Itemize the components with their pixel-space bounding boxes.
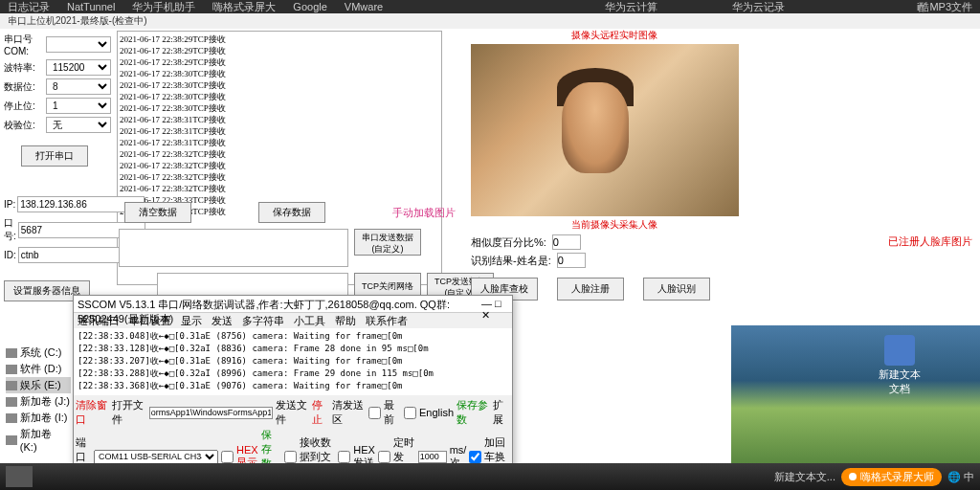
serial-send-text[interactable] bbox=[119, 229, 348, 267]
sscom-menu-item[interactable]: 多字符串 bbox=[242, 314, 284, 327]
file-path-input[interactable] bbox=[149, 407, 273, 419]
drive-item[interactable]: 新加卷 (I:) bbox=[6, 410, 71, 426]
taskbar-item[interactable]: 新建文本文... bbox=[774, 470, 835, 484]
clear-button[interactable]: 清空数据 bbox=[124, 202, 191, 223]
menu-item[interactable]: 嗨格式录屏大 bbox=[212, 0, 276, 14]
menu-item[interactable]: 华为云计算 bbox=[605, 0, 657, 14]
send-file-link[interactable]: 发送文件 bbox=[276, 398, 309, 427]
taskbar: 新建文本文... 嗨格式录屏大师 🌐 中 bbox=[0, 463, 980, 490]
sscom-menu-item[interactable]: 联系作者 bbox=[366, 314, 408, 327]
clear-window-link[interactable]: 清除窗口 bbox=[76, 398, 109, 427]
crlf-check[interactable] bbox=[469, 451, 481, 463]
ext-link[interactable]: 扩展 bbox=[493, 398, 510, 427]
cam-title: 摄像头远程实时图像 bbox=[471, 29, 758, 42]
serial-send-button[interactable]: 串口发送数据 (自定义) bbox=[354, 229, 421, 256]
sscom-menu-item[interactable]: 小工具 bbox=[294, 314, 325, 327]
clear-send-link[interactable]: 清发送区 bbox=[332, 398, 366, 427]
registered-faces-label: 已注册人脸库图片 bbox=[888, 234, 972, 249]
start-button[interactable] bbox=[6, 466, 33, 487]
sscom-menubar: 通讯端口串口设置显示发送多字符串小工具帮助联系作者 bbox=[74, 313, 512, 328]
sscom-port-select[interactable]: COM11 USB-SERIAL CH340 bbox=[94, 450, 218, 464]
port-label: 串口号COM: bbox=[4, 33, 44, 56]
manual-load-link[interactable]: 手动加载图片 bbox=[392, 206, 456, 220]
data-select[interactable]: 8 bbox=[46, 78, 111, 95]
sscom-menu-item[interactable]: 串口设置 bbox=[129, 314, 171, 327]
drive-item[interactable]: 娱乐 (E:) bbox=[6, 377, 71, 393]
ip-label: IP: bbox=[4, 199, 15, 210]
sscom-log[interactable]: [22:38:33.048]收←◆□[0.31aE (8756) camera:… bbox=[74, 328, 512, 395]
port-select[interactable] bbox=[46, 36, 111, 53]
drive-list: 系统 (C:) 软件 (D:) 娱乐 (E:) 新加卷 (J:) 新加卷 (I:… bbox=[6, 345, 71, 478]
sim-label: 相似度百分比%: bbox=[471, 235, 546, 250]
menu-item[interactable]: VMware bbox=[345, 1, 383, 12]
drive-item[interactable]: 新加卷 (K:) bbox=[6, 426, 71, 454]
desktop-area: 新建文本文档 bbox=[731, 325, 980, 463]
camera-image bbox=[471, 44, 739, 216]
save-param-link[interactable]: 保存参数 bbox=[457, 398, 490, 427]
interval-input[interactable] bbox=[418, 451, 447, 463]
menu-item[interactable]: NatTunnel bbox=[67, 1, 115, 12]
top-menu-bar: 日志记录 NatTunnel 华为手机助手 嗨格式录屏大 Google VMwa… bbox=[0, 0, 980, 13]
menu-item[interactable]: 华为手机助手 bbox=[132, 0, 195, 14]
sscom-title-text: SSCOM V5.13.1 串口/网络数据调试器,作者:大虾丁丁,2618058… bbox=[78, 298, 481, 310]
drive-item[interactable]: 系统 (C:) bbox=[6, 345, 71, 361]
baud-label: 波特率: bbox=[4, 61, 44, 75]
camera-panel: 摄像头远程实时图像 当前摄像头采集人像 相似度百分比%: 识别结果-姓名是: 人… bbox=[471, 29, 758, 301]
parity-label: 校验位: bbox=[4, 119, 44, 132]
drive-item[interactable]: 新加卷 (J:) bbox=[6, 393, 71, 410]
hex-show-check[interactable] bbox=[221, 451, 234, 463]
tray-ime-icon[interactable]: 🌐 中 bbox=[947, 470, 974, 484]
open-file-link[interactable]: 打开文件 bbox=[112, 398, 145, 427]
cam-caption: 当前摄像头采集人像 bbox=[471, 218, 758, 232]
recording-indicator[interactable]: 嗨格式录屏大师 bbox=[841, 468, 942, 486]
baud-select[interactable]: 115200 bbox=[46, 59, 111, 76]
stop-link[interactable]: 停止 bbox=[312, 398, 329, 427]
menu-item[interactable]: Google bbox=[293, 1, 326, 12]
sim-value[interactable] bbox=[552, 234, 581, 250]
open-port-button[interactable]: 打开串口 bbox=[21, 145, 88, 167]
port-label2: 口号: bbox=[4, 216, 16, 243]
hex-send-check[interactable] bbox=[338, 451, 350, 463]
res-label: 识别结果-姓名是: bbox=[471, 254, 551, 268]
english-check[interactable] bbox=[404, 407, 416, 419]
face-recognize-button[interactable]: 人脸识别 bbox=[643, 278, 710, 301]
res-value[interactable] bbox=[557, 253, 586, 268]
sscom-menu-item[interactable]: 显示 bbox=[181, 314, 202, 327]
save-button[interactable]: 保存数据 bbox=[258, 202, 325, 223]
desktop-doc-icon[interactable]: 新建文本文档 bbox=[877, 335, 923, 396]
window-title: 串口上位机2021-最终版-(检查中) bbox=[0, 13, 980, 29]
sscom-menu-item[interactable]: 发送 bbox=[212, 314, 233, 327]
window-controls[interactable]: — □ ✕ bbox=[481, 298, 508, 310]
menu-item[interactable]: 日志记录 bbox=[8, 0, 50, 14]
recv-file-check[interactable] bbox=[284, 451, 297, 463]
face-register-button[interactable]: 人脸注册 bbox=[557, 278, 624, 301]
stop-select[interactable]: 1 bbox=[46, 98, 111, 114]
sscom-menu-item[interactable]: 通讯端口 bbox=[78, 314, 120, 327]
data-label: 数据位: bbox=[4, 80, 44, 94]
menu-item[interactable]: 华为云记录 bbox=[732, 0, 785, 14]
parity-select[interactable]: 无 bbox=[46, 117, 111, 133]
stop-label: 停止位: bbox=[4, 100, 44, 113]
sscom-menu-item[interactable]: 帮助 bbox=[335, 314, 356, 327]
sscom-window: SSCOM V5.13.1 串口/网络数据调试器,作者:大虾丁丁,2618058… bbox=[73, 295, 513, 486]
topmost-check[interactable] bbox=[368, 407, 381, 419]
timed-check[interactable] bbox=[378, 451, 390, 463]
id-label: ID: bbox=[4, 250, 16, 260]
menu-item[interactable]: i酷MP3文件 bbox=[917, 0, 972, 14]
drive-item[interactable]: 软件 (D:) bbox=[6, 361, 71, 377]
